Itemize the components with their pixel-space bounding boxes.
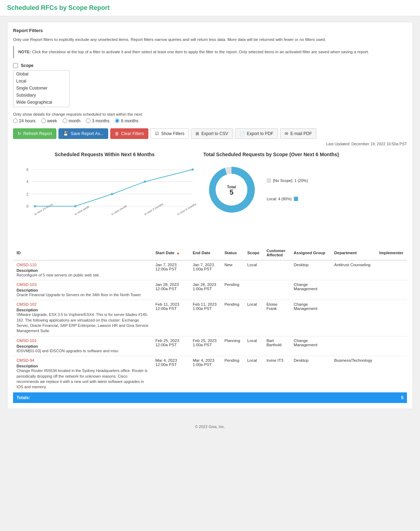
cell-status: Pending [221,300,244,336]
scope-item-single-customer[interactable]: Single Customer [13,85,69,92]
col-scope[interactable]: Scope [244,246,263,260]
action-buttons: ↻ Refresh Report 💾 Save Report As... 🗑 C… [13,128,407,139]
cell-scope: Local [244,356,263,392]
radio-month-label: month [69,118,80,123]
cell-assigned-group: Desktop [290,260,331,280]
scope-item-local[interactable]: Local [13,78,69,85]
row-id-link[interactable]: CMSD-101 [17,338,37,343]
table-row: CMSD-103 Description Oracle Financial Up… [13,280,407,300]
svg-point-16 [144,181,146,183]
cell-status: Planning [221,336,244,356]
description-text: Change Router #55534 located in the Sydn… [17,368,148,390]
col-id[interactable]: ID [13,246,152,260]
show-filters-button[interactable]: ☑ Show Filters [150,128,189,139]
radio-6months[interactable]: 6 months [115,118,138,123]
radio-24hours-label: 24 hours [19,118,36,123]
legend-noscope-label: [No Scope]: 1 (20%) [273,178,308,183]
line-chart-title: Scheduled Requests Within Next 6 Months [13,152,196,157]
legend-local-color [294,197,298,201]
table-header: ID Start Date ▲ End Date Status Scope Cu… [13,246,407,260]
email-pdf-button[interactable]: ✉ E-mail PDF [280,128,316,139]
cell-implementer [376,260,407,280]
col-implementer[interactable]: Implementer [376,246,407,260]
cell-start-date: Jan 7, 2023 12:00a PST [152,260,189,280]
page-header: Scheduled RFCs by Scope Report [0,0,420,16]
donut-svg-wrapper: Total 5 [203,161,260,218]
cell-id: CMSD-103 Description Oracle Financial Up… [13,280,152,300]
table-footer: Totals: 5 [13,392,407,403]
row-id-link[interactable]: CMSD-94 [17,358,34,362]
radio-3months[interactable]: 3 months [86,118,109,123]
radio-24hours[interactable]: 24 hours [13,118,36,123]
refresh-button[interactable]: ↻ Refresh Report [13,128,56,139]
totals-value: 5 [376,392,407,403]
radio-month[interactable]: month [63,118,80,123]
cell-customer-affected [263,280,290,300]
export-csv-button[interactable]: ⊞ Export to CSV [191,128,233,139]
cell-end-date: Jan 7, 2023 1:00a PST [189,260,221,280]
scope-item-subsidiary[interactable]: Subsidiary [13,92,69,99]
scope-checkbox[interactable] [13,63,18,68]
col-end-date[interactable]: End Date [189,246,221,260]
checkbox-icon: ☑ [155,131,159,136]
report-filters-title: Report Filters [13,28,407,33]
cell-end-date: Feb 25, 2023 1:00a PST [189,336,221,356]
cell-scope [244,280,263,300]
cell-status: Pending [221,356,244,392]
svg-point-17 [191,168,193,170]
refresh-icon: ↻ [18,131,21,136]
description-text: Reconfigure of 5 new servers on public w… [17,273,148,278]
scope-item-wide-geographical[interactable]: Wide Geographical [13,99,69,106]
cell-assigned-group: Change Management [290,336,331,356]
cell-id: CMSD-101 Description IDSVM[01-03] and ID… [13,336,152,356]
last-updated: Last Updated: December 19, 2022 10:50a P… [13,142,407,146]
row-id-link[interactable]: CMSD-102 [17,302,37,306]
cell-status: Pending [221,280,244,300]
scope-filter-label: Scope [21,63,33,68]
save-report-button[interactable]: 💾 Save Report As... [58,128,108,139]
scope-header: Scope [13,63,407,68]
csv-icon: ⊞ [196,131,199,136]
svg-point-14 [74,205,76,207]
svg-text:0: 0 [26,204,29,208]
clear-icon: 🗑 [115,131,119,136]
table-row: CMSD-101 Description IDSVM[01-03] and ID… [13,336,407,356]
svg-text:in next 3 months: in next 3 months [143,202,164,216]
description-label: Description [17,344,148,348]
scope-list[interactable]: Global Local Single Customer Subsidiary … [13,70,69,107]
description-text: Oracle Financial Upgrade to Servers on t… [17,292,148,298]
row-id-link[interactable]: CMSD-110 [17,263,37,267]
cell-scope: Local [244,260,263,280]
cell-end-date: Mar 4, 2023 1:00a PST [189,356,221,392]
radio-week-label: week [47,118,57,123]
donut-chart-container: Total Scheduled Requests by Scope (Over … [203,152,407,239]
scope-item-global[interactable]: Global [13,71,69,78]
col-assigned-group[interactable]: Assigned Group [290,246,331,260]
note-text: Click the checkbox at the top of a filte… [31,50,369,54]
col-department[interactable]: Department [331,246,376,260]
donut-wrapper: Total 5 [No Scope]: 1 (20%) Local: 4 (80… [203,161,407,218]
row-id-link[interactable]: CMSD-103 [17,282,37,287]
col-customer-affected[interactable]: CustomerAffected [263,246,290,260]
charts-row: Scheduled Requests Within Next 6 Months … [13,152,407,239]
cell-start-date: Mar 4, 2023 12:00a PST [152,356,189,392]
col-status[interactable]: Status [221,246,244,260]
description-label: Description [17,364,148,368]
svg-text:6: 6 [26,167,29,171]
radio-week[interactable]: week [41,118,57,123]
note-label: NOTE: [18,50,31,54]
cell-end-date: Jan 28, 2023 1:00a PST [189,280,221,300]
legend-noscope-color [267,178,271,183]
cell-customer-affected: Irvine IT3 [263,356,290,392]
cell-implementer [376,280,407,300]
col-start-date[interactable]: Start Date ▲ [152,246,189,260]
clear-filters-button[interactable]: 🗑 Clear Filters [110,128,149,139]
cell-end-date: Feb 11, 2023 1:00a PST [189,300,221,336]
table-section: ID Start Date ▲ End Date Status Scope Cu… [13,246,407,403]
time-filter-section: Only show details for change requests sc… [13,112,407,123]
export-pdf-button[interactable]: 📄 Export to PDF [235,128,278,139]
line-chart-container: Scheduled Requests Within Next 6 Months … [13,152,196,239]
svg-text:in next 24 hours: in next 24 hours [33,202,53,216]
main-content: Report Filters Only use Report filters t… [0,16,420,419]
cell-customer-affected: Bart Barthold [263,336,290,356]
